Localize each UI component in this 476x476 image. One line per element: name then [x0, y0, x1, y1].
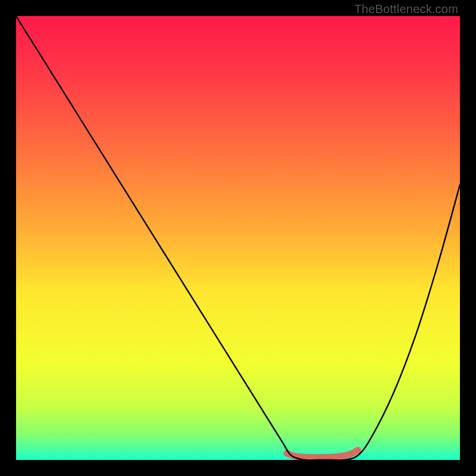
- bottleneck-curve: [16, 16, 460, 460]
- curves-layer: [16, 16, 460, 460]
- plot-area: [16, 16, 460, 460]
- outer-frame: TheBottleneck.com: [0, 0, 476, 476]
- watermark-text: TheBottleneck.com: [354, 2, 458, 16]
- ideal-band: [287, 450, 358, 458]
